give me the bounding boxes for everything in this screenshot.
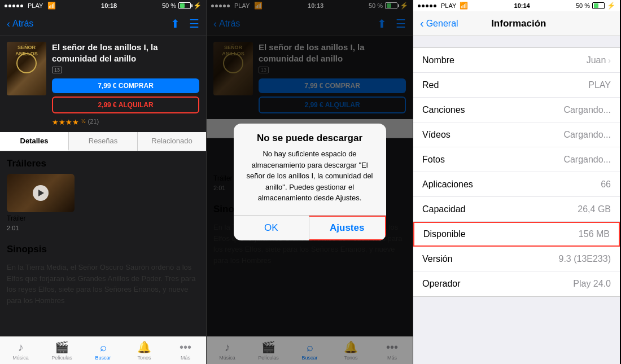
half-star-1: ½ (81, 119, 86, 124)
settings-value-text: Play 24.0 (573, 279, 611, 289)
movie-info-1: El señor de los anillos I, la comunidad … (52, 42, 199, 126)
sinopsis-title-1: Sinopsis (0, 237, 206, 260)
tab-musica-1[interactable]: ♪ Música (0, 341, 41, 361)
play-icon-1 (33, 185, 49, 201)
panel-1: PLAY 📶 10:18 50 % ⚡ ‹ Atrás ⬆ ☰ SEÑORANI… (0, 0, 207, 364)
rating-badge-1: 13 (52, 67, 62, 73)
settings-value: 156 MB (579, 229, 610, 239)
segment-control-1: Detalles Reseñas Relacionado (0, 132, 206, 151)
trailer-time-1: 2:01 (0, 225, 206, 237)
lightning-icon-3: ⚡ (607, 2, 615, 10)
back-button-3[interactable]: ‹ General (420, 17, 458, 30)
panel-content-1: SEÑORANILLOS El señor de los anillos I, … (0, 36, 206, 336)
tab-tonos-1[interactable]: 🔔 Tonos (124, 340, 165, 361)
settings-value: Play 24.0 (573, 279, 611, 289)
settings-value-text: Cargando... (563, 130, 611, 140)
wifi-icon-3: 📶 (460, 2, 468, 10)
settings-row: Capacidad26,4 GB (413, 197, 620, 222)
battery-icon-1 (178, 2, 191, 9)
settings-value: PLAY (588, 80, 611, 90)
synopsis-text-1: En la Tierra Media, el Señor Oscuro Saur… (0, 260, 206, 313)
settings-label: Operador (422, 279, 461, 289)
settings-value-text: 26,4 GB (578, 204, 611, 214)
settings-value-text: 9.3 (13E233) (558, 254, 611, 264)
status-right-3: 50 % ⚡ (576, 2, 615, 10)
tab-buscar-1[interactable]: ⌕ Buscar (82, 341, 124, 361)
settings-value-text: Cargando... (563, 155, 611, 165)
trailers-title-1: Tráileres (0, 151, 206, 174)
lightning-icon-1: ⚡ (193, 2, 202, 10)
movie-header-1: SEÑORANILLOS El señor de los anillos I, … (0, 36, 206, 132)
tab-mas-1[interactable]: ••• Más (165, 341, 206, 361)
tab-detalles-1[interactable]: Detalles (0, 132, 69, 151)
dialog-message: No hay suficiente espacio de almacenamie… (243, 148, 377, 204)
settings-row: FotosCargando... (413, 147, 620, 172)
tab-relacionado-1[interactable]: Relacionado (138, 132, 206, 151)
settings-value: 66 (601, 179, 611, 190)
battery-pct-1: 50 % (162, 2, 176, 9)
settings-row: RedPLAY (413, 73, 620, 98)
settings-row: CancionesCargando... (413, 98, 620, 122)
wifi-icon-1: 📶 (47, 2, 56, 10)
movie-poster-1: SEÑORANILLOS (7, 42, 46, 95)
settings-value: Juan› (587, 55, 611, 65)
settings-label: Versión (422, 254, 452, 264)
settings-row: Versión9.3 (13E233) (413, 247, 620, 271)
tab-peliculas-1[interactable]: 🎬 Películas (41, 340, 82, 361)
tab-tonos-label-1: Tonos (137, 355, 151, 361)
ok-button[interactable]: OK (234, 216, 309, 240)
dialog-buttons: OK Ajustes (234, 215, 386, 240)
trailer-thumb-1[interactable] (7, 174, 75, 212)
carrier-3: PLAY (441, 2, 456, 9)
chevron-left-icon-1: ‹ (7, 19, 10, 29)
settings-value-text: 156 MB (579, 229, 610, 239)
dialog-title: No se puede descargar (243, 133, 377, 144)
settings-value-text: 66 (601, 179, 611, 190)
settings-row[interactable]: NombreJuan› (413, 48, 620, 73)
trailer-label-1: Tráiler (0, 212, 206, 225)
settings-row: VídeosCargando... (413, 122, 620, 147)
search-icon-1: ⌕ (100, 341, 107, 354)
nav-bar-1: ‹ Atrás ⬆ ☰ (0, 11, 206, 36)
dialog-overlay: No se puede descargar No hay suficiente … (207, 0, 413, 364)
back-label-3: General (426, 19, 458, 29)
rent-button-1[interactable]: 2,99 € ALQUILAR (52, 97, 199, 113)
settings-group: NombreJuan›RedPLAYCancionesCargando...Ví… (413, 47, 620, 297)
share-icon-1[interactable]: ⬆ (170, 17, 180, 30)
settings-value: Cargando... (563, 155, 611, 165)
dialog-box: No se puede descargar No hay suficiente … (234, 124, 386, 240)
settings-label: Capacidad (422, 204, 466, 214)
settings-value: 26,4 GB (578, 204, 611, 214)
settings-content: NombreJuan›RedPLAYCancionesCargando...Ví… (413, 36, 620, 364)
panel-2: PLAY 📶 10:13 50 % ⚡ ‹ Atrás ⬆ ☰ SEÑORANI… (207, 0, 413, 364)
tab-resenas-1[interactable]: Reseñas (69, 132, 138, 151)
settings-row: Disponible156 MB (413, 222, 620, 247)
settings-label: Red (422, 80, 439, 90)
carrier-1: PLAY (28, 2, 43, 9)
buy-button-1[interactable]: 7,99 € COMPRAR (52, 78, 199, 93)
back-button-1[interactable]: ‹ Atrás (7, 19, 33, 29)
settings-value: Cargando... (563, 130, 611, 140)
battery-pct-3: 50 % (576, 2, 590, 9)
panel-3: PLAY 📶 10:14 50 % ⚡ ‹ General Informació… (413, 0, 620, 364)
tab-bar-1: ♪ Música 🎬 Películas ⌕ Buscar 🔔 Tonos ••… (0, 336, 206, 364)
tab-peliculas-label-1: Películas (51, 355, 72, 361)
chevron-right-icon: › (608, 56, 611, 65)
settings-value-text: Juan (587, 55, 606, 65)
back-label-1: Atrás (12, 19, 33, 29)
ajustes-button[interactable]: Ajustes (309, 216, 386, 240)
status-bar-1: PLAY 📶 10:18 50 % ⚡ (0, 0, 206, 11)
settings-label: Disponible (423, 229, 466, 239)
nav-icons-1: ⬆ ☰ (170, 17, 199, 30)
status-right-1: 50 % ⚡ (162, 2, 202, 10)
settings-row: OperadorPlay 24.0 (413, 271, 620, 296)
settings-row: Aplicaciones66 (413, 172, 620, 197)
tab-buscar-label-1: Buscar (95, 355, 111, 361)
dialog-content: No se puede descargar No hay suficiente … (234, 124, 386, 209)
settings-label: Aplicaciones (422, 179, 473, 190)
battery-icon-3 (592, 2, 605, 9)
signal-dots (5, 5, 23, 7)
list-icon-1[interactable]: ☰ (189, 17, 199, 30)
music-icon-1: ♪ (18, 341, 24, 354)
settings-label: Vídeos (422, 130, 451, 140)
